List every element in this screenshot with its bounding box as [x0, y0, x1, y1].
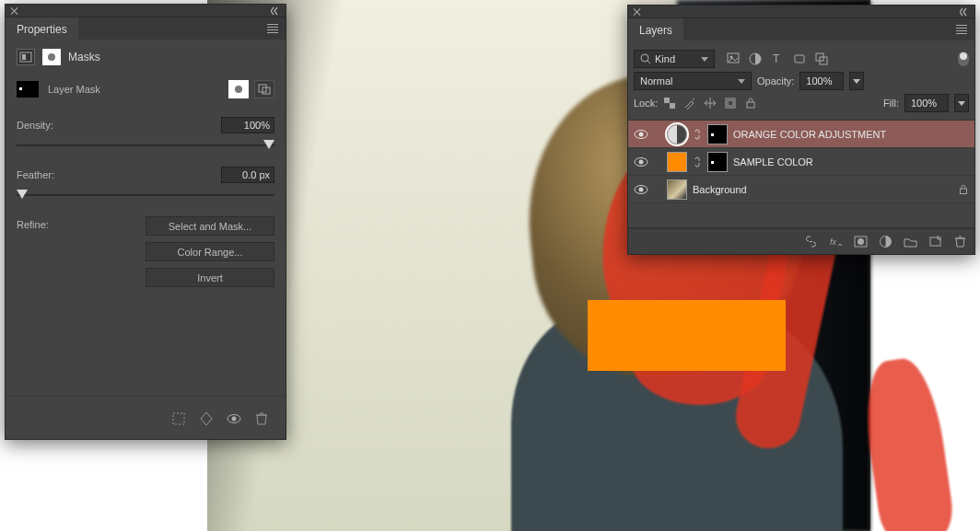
opacity-value: 100%: [806, 75, 832, 87]
lock-pixels-icon[interactable]: [683, 97, 696, 110]
properties-titlebar[interactable]: [6, 5, 286, 17]
layer-row[interactable]: ORANGE COLOR ADJUSTMENT: [628, 121, 974, 148]
filter-kind-label: Kind: [655, 53, 675, 64]
lock-all-icon[interactable]: [744, 97, 757, 110]
lock-artboard-icon[interactable]: [724, 97, 737, 110]
opacity-stepper[interactable]: [849, 72, 864, 90]
layer-name[interactable]: ORANGE COLOR ADJUSTMENT: [733, 129, 886, 140]
blend-mode-value: Normal: [640, 75, 672, 87]
refine-label: Refine:: [17, 216, 49, 230]
layer-mask-thumbnail[interactable]: [707, 152, 728, 172]
fill-label: Fill:: [883, 98, 899, 109]
layer-row[interactable]: Background: [628, 176, 974, 203]
button-label: Invert: [197, 272, 223, 283]
lock-icon[interactable]: [958, 184, 969, 195]
feather-slider[interactable]: [17, 189, 274, 202]
mask-link-icon[interactable]: [693, 128, 702, 141]
svg-rect-24: [747, 102, 754, 108]
search-icon: [640, 53, 651, 64]
svg-rect-31: [961, 189, 967, 194]
add-mask-icon[interactable]: [854, 235, 868, 248]
layer-row[interactable]: SAMPLE COLOR: [628, 148, 974, 176]
visibility-toggle-icon[interactable]: [634, 127, 648, 142]
blend-mode-select[interactable]: Normal: [634, 72, 752, 90]
fill-input[interactable]: 100%: [904, 94, 949, 112]
tab-properties[interactable]: Properties: [6, 17, 78, 40]
svg-point-28: [639, 159, 644, 164]
pixel-mask-tab-icon[interactable]: [17, 49, 35, 65]
feather-input[interactable]: [221, 167, 274, 183]
new-adjustment-icon[interactable]: [879, 235, 892, 248]
svg-rect-1: [22, 54, 26, 60]
layers-titlebar[interactable]: [628, 6, 974, 18]
filter-smart-icon[interactable]: [814, 52, 829, 66]
fill-value: 100%: [911, 98, 937, 109]
delete-layer-icon[interactable]: [953, 235, 967, 248]
close-icon[interactable]: [632, 6, 643, 17]
close-icon[interactable]: [9, 6, 20, 17]
lock-position-icon[interactable]: [704, 97, 717, 110]
layer-style-icon[interactable]: fx: [829, 235, 843, 248]
toggle-visibility-icon[interactable]: [227, 411, 241, 426]
layer-mask-thumbnail[interactable]: [707, 124, 728, 144]
properties-panel: Properties Masks Layer Mask: [5, 4, 286, 440]
svg-point-26: [639, 132, 644, 136]
density-slider[interactable]: [17, 139, 274, 152]
new-group-icon[interactable]: [904, 235, 917, 248]
mask-from-selection-icon[interactable]: [171, 411, 186, 426]
svg-rect-36: [930, 237, 940, 246]
add-pixel-mask-button[interactable]: [228, 80, 249, 98]
filter-toggle[interactable]: [958, 52, 969, 66]
link-layers-icon[interactable]: [804, 235, 818, 248]
filter-adjustment-icon[interactable]: [748, 52, 763, 66]
density-input[interactable]: [221, 117, 274, 133]
layers-panel: Layers Kind T Normal Opac: [627, 5, 975, 255]
solid-color-thumbnail[interactable]: [667, 152, 687, 172]
tab-label: Properties: [17, 23, 67, 36]
opacity-input[interactable]: 100%: [799, 72, 844, 90]
svg-rect-20: [664, 98, 670, 103]
add-vector-mask-button[interactable]: [254, 80, 274, 98]
svg-rect-23: [728, 100, 733, 106]
panel-menu-icon[interactable]: [265, 22, 280, 35]
filter-pixel-icon[interactable]: [726, 52, 741, 66]
image-thumbnail[interactable]: [667, 179, 687, 200]
tab-label: Layers: [639, 24, 672, 37]
layer-name[interactable]: SAMPLE COLOR: [733, 156, 813, 167]
tab-layers[interactable]: Layers: [628, 18, 683, 40]
layer-mask-thumbnail[interactable]: [17, 81, 39, 98]
fill-stepper[interactable]: [954, 94, 969, 112]
select-and-mask-button[interactable]: Select and Mask...: [146, 216, 274, 236]
lock-transparent-icon[interactable]: [663, 97, 676, 110]
properties-section-title: Masks: [68, 51, 100, 63]
new-layer-icon[interactable]: [928, 235, 942, 248]
svg-point-30: [639, 187, 644, 191]
svg-point-5: [235, 86, 242, 93]
visibility-toggle-icon[interactable]: [634, 182, 648, 197]
invert-button[interactable]: Invert: [146, 268, 274, 287]
svg-point-10: [232, 417, 237, 421]
sample-color-rectangle[interactable]: [588, 300, 786, 371]
mask-link-icon[interactable]: [693, 156, 702, 168]
svg-rect-17: [795, 55, 804, 63]
collapse-panel-icon[interactable]: [271, 6, 282, 16]
visibility-toggle-icon[interactable]: [634, 155, 648, 169]
filter-shape-icon[interactable]: [792, 52, 807, 66]
button-label: Select and Mask...: [169, 221, 252, 232]
delete-mask-icon[interactable]: [254, 411, 269, 426]
filter-type-icon[interactable]: T: [770, 52, 785, 66]
vector-mask-tab-icon[interactable]: [42, 49, 61, 65]
button-label: Color Range...: [178, 247, 243, 258]
mask-type-label: Layer Mask: [48, 84, 100, 95]
filter-kind-select[interactable]: Kind: [634, 50, 715, 68]
opacity-label: Opacity:: [757, 75, 794, 87]
layers-footer: fx: [628, 228, 974, 254]
feather-label: Feather:: [17, 169, 54, 180]
panel-menu-icon[interactable]: [954, 23, 969, 36]
svg-text:T: T: [773, 52, 780, 65]
apply-mask-icon[interactable]: [199, 411, 214, 426]
collapse-panel-icon[interactable]: [960, 7, 971, 17]
adjustment-thumbnail[interactable]: [667, 124, 687, 144]
color-range-button[interactable]: Color Range...: [146, 242, 274, 261]
layer-name[interactable]: Background: [693, 184, 747, 195]
